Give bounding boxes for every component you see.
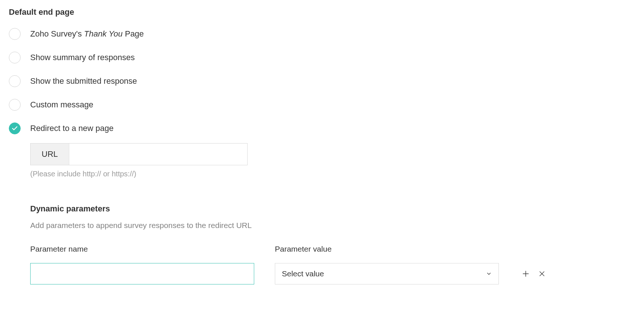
param-value-placeholder: Select value	[282, 269, 324, 278]
param-row: Select value	[30, 263, 635, 284]
param-header-row: Parameter name Parameter value	[30, 245, 635, 263]
section-title: Default end page	[9, 7, 635, 17]
url-help-text: (Please include http:// or https://)	[30, 170, 635, 178]
radio-option-submitted[interactable]: Show the submitted response	[9, 75, 635, 87]
radio-option-summary[interactable]: Show summary of responses	[9, 52, 635, 63]
radio-circle-unchecked	[9, 75, 21, 87]
radio-label-suffix: Page	[123, 29, 144, 38]
param-actions	[521, 269, 547, 279]
param-name-input[interactable]	[30, 263, 254, 284]
radio-circle-checked	[9, 122, 21, 134]
url-input-wrap: URL	[30, 143, 248, 165]
param-name-header: Parameter name	[30, 245, 254, 253]
param-value-select[interactable]: Select value	[275, 263, 499, 284]
radio-option-custom[interactable]: Custom message	[9, 99, 635, 111]
remove-param-button[interactable]	[537, 269, 547, 279]
radio-circle-unchecked	[9, 52, 21, 63]
radio-label-summary: Show summary of responses	[30, 53, 135, 62]
url-input[interactable]	[69, 144, 247, 165]
param-value-header: Parameter value	[275, 245, 499, 253]
dynamic-parameters-section: Dynamic parameters Add parameters to app…	[30, 204, 635, 284]
dynamic-params-title: Dynamic parameters	[30, 204, 635, 214]
dynamic-params-description: Add parameters to append survey response…	[30, 221, 635, 230]
close-icon	[538, 270, 546, 277]
plus-icon	[522, 270, 530, 278]
radio-label-thank-you: Zoho Survey's Thank You Page	[30, 29, 144, 39]
radio-label-custom: Custom message	[30, 100, 93, 110]
radio-label-redirect: Redirect to a new page	[30, 124, 113, 133]
radio-group-end-page: Zoho Survey's Thank You Page Show summar…	[9, 28, 635, 134]
check-icon	[11, 125, 18, 132]
url-prefix-label: URL	[31, 144, 69, 165]
radio-circle-unchecked	[9, 28, 21, 40]
add-param-button[interactable]	[521, 269, 531, 279]
radio-label-prefix: Zoho Survey's	[30, 29, 84, 38]
radio-label-submitted: Show the submitted response	[30, 76, 137, 86]
radio-label-italic: Thank You	[84, 29, 123, 38]
chevron-down-icon	[486, 271, 492, 277]
radio-option-redirect[interactable]: Redirect to a new page	[9, 122, 635, 134]
radio-option-thank-you[interactable]: Zoho Survey's Thank You Page	[9, 28, 635, 40]
radio-circle-unchecked	[9, 99, 21, 111]
url-block: URL (Please include http:// or https://)	[30, 143, 635, 178]
